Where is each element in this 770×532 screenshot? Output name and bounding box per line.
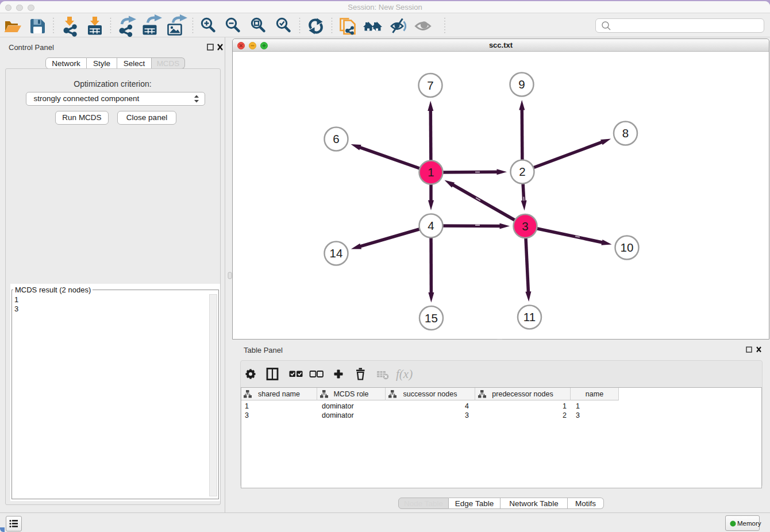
svg-text:2: 2 [519, 165, 525, 178]
svg-text:3: 3 [522, 219, 528, 233]
svg-text:6: 6 [333, 132, 339, 145]
svg-text:14: 14 [330, 246, 343, 260]
svg-text:4: 4 [428, 219, 434, 232]
svg-text:1: 1 [428, 165, 434, 179]
svg-text:7: 7 [427, 79, 433, 92]
svg-text:15: 15 [425, 311, 438, 325]
svg-text:9: 9 [518, 78, 525, 91]
svg-text:8: 8 [622, 126, 629, 140]
svg-text:10: 10 [621, 241, 634, 254]
svg-text:f(x): f(x) [396, 367, 413, 381]
svg-text:11: 11 [523, 310, 536, 323]
